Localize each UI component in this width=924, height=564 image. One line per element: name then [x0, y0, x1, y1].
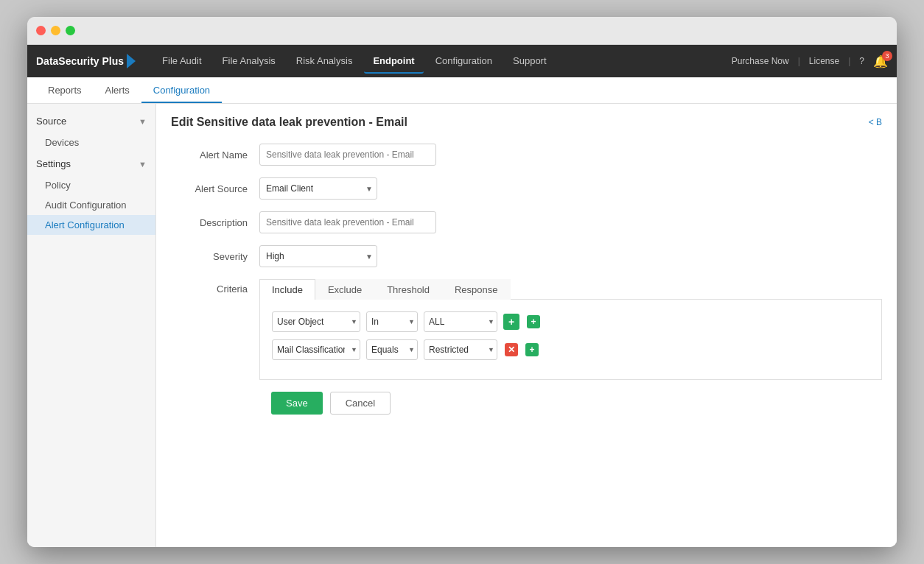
- chevron-down-icon-settings: ▼: [139, 160, 147, 169]
- nav-endpoint[interactable]: Endpoint: [364, 49, 423, 74]
- criteria-content: Include Exclude Threshold Response User …: [259, 279, 882, 380]
- criteria-tab-include[interactable]: Include: [259, 279, 315, 300]
- sidebar-source-label: Source: [36, 116, 66, 127]
- maximize-button[interactable]: [66, 26, 75, 35]
- subtabs: Reports Alerts Configuration: [27, 77, 897, 104]
- filter-value-1-select[interactable]: ALL: [424, 311, 497, 332]
- sidebar-source-header[interactable]: Source ▼: [27, 110, 155, 133]
- nav-right: Purchase Now | License | ? 🔔 3: [732, 54, 888, 68]
- cancel-button[interactable]: Cancel: [330, 392, 391, 415]
- criteria-tab-threshold[interactable]: Threshold: [374, 279, 442, 300]
- alert-name-input[interactable]: [259, 144, 436, 166]
- notification-bell[interactable]: 🔔 3: [873, 54, 888, 68]
- tab-reports[interactable]: Reports: [36, 79, 94, 103]
- titlebar: [27, 17, 897, 45]
- sidebar-settings-header[interactable]: Settings ▼: [27, 152, 155, 175]
- filter-operator-2-wrap: Equals In Not In Contains ▼: [366, 339, 418, 360]
- close-button[interactable]: [36, 26, 46, 35]
- add-filter-button-1[interactable]: +: [503, 314, 519, 330]
- add-row-button-1[interactable]: +: [527, 315, 540, 328]
- description-label: Description: [171, 217, 259, 228]
- filter-operator-1-select[interactable]: In Not In Equals Contains: [366, 311, 418, 332]
- content-header: Edit Sensitive data leak prevention - Em…: [171, 116, 882, 129]
- filter-value-2-wrap: Restricted Confidential Internal ▼: [424, 339, 497, 360]
- filter-field-1-select[interactable]: User Object Mail Classification Attachme…: [272, 311, 360, 332]
- filter-row-2: Mail Classification User Object Attachme…: [272, 339, 869, 360]
- traffic-lights: [36, 26, 75, 35]
- filter-value-2-select[interactable]: Restricted Confidential Internal: [424, 339, 497, 360]
- tab-configuration[interactable]: Configuration: [141, 79, 222, 103]
- save-button[interactable]: Save: [271, 392, 323, 415]
- back-button[interactable]: < B: [869, 117, 882, 127]
- criteria-row: Criteria Include Exclude Threshold Respo…: [171, 279, 882, 380]
- nav-file-audit[interactable]: File Audit: [153, 49, 210, 74]
- help-icon[interactable]: ?: [859, 56, 864, 66]
- tab-alerts[interactable]: Alerts: [94, 79, 141, 103]
- filter-field-2-select[interactable]: Mail Classification User Object Attachme…: [272, 339, 360, 360]
- notification-count: 3: [882, 51, 892, 61]
- main-layout: Source ▼ Devices Settings ▼ Policy Audit…: [27, 104, 897, 547]
- content-area: Edit Sensitive data leak prevention - Em…: [156, 104, 897, 547]
- chevron-down-icon: ▼: [139, 117, 147, 126]
- criteria-tab-exclude[interactable]: Exclude: [315, 279, 374, 300]
- description-input[interactable]: [259, 211, 436, 233]
- alert-source-select[interactable]: Email Client USB Printer Clipboard: [259, 177, 377, 200]
- severity-label: Severity: [171, 251, 259, 262]
- criteria-body: User Object Mail Classification Attachme…: [259, 300, 882, 380]
- nav-file-analysis[interactable]: File Analysis: [214, 49, 284, 74]
- alert-name-label: Alert Name: [171, 149, 259, 161]
- sidebar: Source ▼ Devices Settings ▼ Policy Audit…: [27, 104, 156, 547]
- criteria-label: Criteria: [171, 279, 259, 295]
- page-title: Edit Sensitive data leak prevention - Em…: [171, 116, 407, 129]
- criteria-tabs: Include Exclude Threshold Response: [259, 279, 882, 300]
- alert-source-row: Alert Source Email Client USB Printer Cl…: [171, 177, 882, 200]
- severity-row: Severity High Medium Low ▼: [171, 245, 882, 267]
- sidebar-item-devices[interactable]: Devices: [27, 133, 155, 152]
- filter-row-1: User Object Mail Classification Attachme…: [272, 311, 869, 332]
- filter-operator-2-select[interactable]: Equals In Not In Contains: [366, 339, 418, 360]
- sidebar-settings-label: Settings: [36, 158, 71, 169]
- description-row: Description: [171, 211, 882, 233]
- navbar: DataSecurity Plus File Audit File Analys…: [27, 45, 897, 77]
- license-link[interactable]: License: [809, 56, 839, 66]
- criteria-tab-response[interactable]: Response: [442, 279, 511, 300]
- alert-source-select-wrap: Email Client USB Printer Clipboard ▼: [259, 177, 377, 200]
- purchase-now-link[interactable]: Purchase Now: [732, 56, 789, 66]
- app-window: DataSecurity Plus File Audit File Analys…: [27, 17, 897, 547]
- severity-select-wrap: High Medium Low ▼: [259, 245, 377, 267]
- remove-row-button-2[interactable]: ✕: [505, 343, 518, 356]
- filter-field-2-wrap: Mail Classification User Object Attachme…: [272, 339, 360, 360]
- brand-text: DataSecurity Plus: [36, 55, 124, 67]
- nav-risk-analysis[interactable]: Risk Analysis: [287, 49, 362, 74]
- nav-configuration[interactable]: Configuration: [427, 49, 501, 74]
- sidebar-item-policy[interactable]: Policy: [27, 175, 155, 195]
- alert-name-row: Alert Name: [171, 144, 882, 166]
- nav-support[interactable]: Support: [504, 49, 556, 74]
- brand: DataSecurity Plus: [36, 54, 136, 68]
- alert-source-label: Alert Source: [171, 183, 259, 194]
- add-row-button-2[interactable]: +: [525, 343, 539, 356]
- filter-operator-1-wrap: In Not In Equals Contains ▼: [366, 311, 418, 332]
- minimize-button[interactable]: [51, 26, 60, 35]
- filter-field-1-wrap: User Object Mail Classification Attachme…: [272, 311, 360, 332]
- brand-arrow-icon: [127, 54, 136, 68]
- nav-links: File Audit File Analysis Risk Analysis E…: [153, 49, 732, 74]
- action-row: Save Cancel: [171, 392, 882, 415]
- sidebar-item-alert-configuration[interactable]: Alert Configuration: [27, 215, 155, 235]
- severity-select[interactable]: High Medium Low: [259, 245, 377, 267]
- sidebar-item-audit-configuration[interactable]: Audit Configuration: [27, 195, 155, 215]
- filter-value-1-wrap: ALL ▼: [424, 311, 497, 332]
